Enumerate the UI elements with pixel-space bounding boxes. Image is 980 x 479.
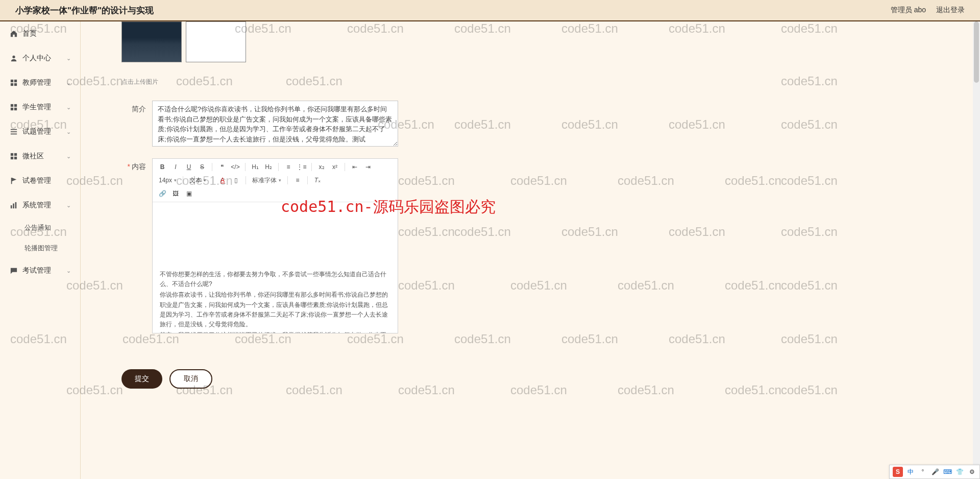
sidebar-item-question[interactable]: 试题管理 ⌄: [0, 119, 80, 144]
upload-hint: 点击上传图片: [121, 78, 949, 86]
italic-button[interactable]: I: [170, 161, 181, 173]
ime-lang[interactable]: 中: [906, 467, 915, 476]
superscript-button[interactable]: x²: [329, 161, 340, 173]
h1-button[interactable]: H₁: [250, 161, 261, 173]
brief-textarea[interactable]: [152, 101, 398, 147]
grid-icon: [10, 104, 17, 111]
content-label: *内容: [121, 158, 152, 333]
rich-editor: B I U S ❝ </> H₁ H₂ ≡ ⋮≡: [152, 158, 398, 333]
sidebar-item-community[interactable]: 微社区 ⌄: [0, 144, 80, 169]
sidebar-item-label: 考试管理: [22, 266, 51, 275]
olist-button[interactable]: ≡: [283, 161, 294, 173]
bgcolor-button[interactable]: ▯: [230, 175, 241, 186]
svg-rect-3: [11, 83, 13, 86]
fontfamily-select[interactable]: 标准字体▾: [250, 176, 283, 185]
page-title: 小学家校一体"作业帮"的设计与实现: [15, 5, 154, 16]
ime-keyboard-icon[interactable]: ⌨: [943, 467, 952, 476]
svg-rect-7: [11, 108, 13, 110]
sidebar-item-teacher[interactable]: 教师管理 ⌄: [0, 70, 80, 95]
fontsize-select[interactable]: 14px▾: [157, 177, 179, 184]
video-button[interactable]: ▣: [183, 188, 194, 199]
svg-rect-14: [11, 157, 13, 159]
link-button[interactable]: 🔗: [157, 188, 168, 199]
grid-icon: [10, 79, 17, 86]
sidebar-sub-carousel[interactable]: 轮播图管理: [0, 238, 80, 258]
svg-rect-9: [11, 129, 17, 130]
svg-rect-12: [11, 153, 13, 156]
sidebar: 首页 个人中心 ⌄ 教师管理 ⌄ 学生管理 ⌄ 试题管理 ⌄ 微社区 ⌄: [0, 21, 81, 479]
sidebar-item-exam[interactable]: 考试管理 ⌄: [0, 258, 80, 283]
svg-rect-8: [14, 108, 17, 110]
flag-icon: [10, 177, 17, 184]
texttype-select[interactable]: 文本▾: [187, 176, 208, 185]
ulist-button[interactable]: ⋮≡: [296, 161, 307, 173]
svg-rect-10: [11, 131, 17, 132]
chevron-down-icon: ⌄: [66, 202, 71, 209]
sidebar-item-profile[interactable]: 个人中心 ⌄: [0, 46, 80, 70]
message-icon: [10, 267, 17, 274]
sidebar-item-paper[interactable]: 试卷管理: [0, 169, 80, 193]
grid-icon: [10, 153, 17, 160]
ime-settings-icon[interactable]: ⚙: [967, 467, 976, 476]
align-button[interactable]: ≡: [292, 175, 303, 186]
logout-link[interactable]: 退出登录: [936, 6, 965, 15]
home-icon: [10, 30, 17, 37]
h2-button[interactable]: H₂: [263, 161, 274, 173]
thumbnail-image[interactable]: [121, 21, 182, 62]
ime-mic-icon[interactable]: 🎤: [930, 467, 940, 476]
ime-logo-icon: S: [893, 467, 903, 477]
svg-rect-5: [11, 104, 13, 107]
editor-textarea[interactable]: 不管你想要怎样的生活，你都要去努力争取，不多尝试一些事情怎么知道自己适合什么、不…: [153, 202, 398, 333]
sidebar-item-student[interactable]: 学生管理 ⌄: [0, 95, 80, 119]
svg-rect-17: [13, 204, 14, 209]
sidebar-item-label: 教师管理: [22, 78, 51, 87]
content-scrollbar[interactable]: [973, 21, 980, 479]
image-button[interactable]: 🖼: [170, 188, 181, 199]
chevron-down-icon: ⌄: [66, 55, 71, 62]
sidebar-sub-label: 轮播图管理: [24, 244, 58, 253]
outdent-button[interactable]: ⇤: [349, 161, 360, 173]
sidebar-item-label: 试卷管理: [22, 176, 51, 185]
thumbnail-upload-slot[interactable]: [186, 21, 246, 62]
brief-label: 简介: [121, 101, 152, 148]
chevron-down-icon: ⌄: [66, 268, 71, 274]
user-icon: [10, 55, 17, 62]
svg-rect-4: [14, 83, 17, 86]
chevron-down-icon: ⌄: [66, 80, 71, 86]
admin-label[interactable]: 管理员 abo: [891, 6, 926, 15]
fontcolor-button[interactable]: A: [217, 175, 228, 186]
svg-rect-18: [15, 202, 17, 208]
strike-button[interactable]: S: [197, 161, 208, 173]
bold-button[interactable]: B: [157, 161, 168, 173]
sidebar-sub-announce[interactable]: 公告通知: [0, 218, 80, 238]
sidebar-sub-label: 公告通知: [24, 223, 51, 232]
cancel-button[interactable]: 取消: [169, 369, 212, 389]
chevron-down-icon: ⌄: [66, 104, 71, 111]
chevron-down-icon: ⌄: [66, 153, 71, 160]
ime-skin-icon[interactable]: 👕: [955, 467, 964, 476]
sidebar-item-system[interactable]: 系统管理 ⌄: [0, 193, 80, 218]
submit-button[interactable]: 提交: [121, 369, 162, 389]
sidebar-item-label: 个人中心: [22, 54, 51, 63]
content-area: 点击上传图片 简介 *内容 B I U S ❝: [81, 21, 980, 479]
editor-toolbar: B I U S ❝ </> H₁ H₂ ≡ ⋮≡: [153, 159, 398, 202]
subscript-button[interactable]: x₂: [316, 161, 327, 173]
sidebar-item-label: 首页: [22, 29, 37, 38]
code-button[interactable]: </>: [230, 161, 241, 173]
chart-icon: [10, 202, 17, 209]
indent-button[interactable]: ⇥: [362, 161, 374, 173]
sidebar-item-home[interactable]: 首页: [0, 21, 80, 46]
header: 小学家校一体"作业帮"的设计与实现 管理员 abo 退出登录: [0, 0, 980, 21]
image-thumbnails: [121, 21, 949, 62]
underline-button[interactable]: U: [183, 161, 194, 173]
ime-toolbar[interactable]: S 中 ° 🎤 ⌨ 👕 ⚙: [889, 465, 980, 479]
svg-rect-2: [14, 80, 17, 82]
chevron-down-icon: ⌄: [66, 129, 71, 135]
svg-rect-13: [14, 153, 17, 156]
ime-punct-icon[interactable]: °: [918, 467, 927, 476]
sidebar-item-label: 试题管理: [22, 127, 51, 136]
svg-rect-16: [11, 205, 12, 208]
quote-button[interactable]: ❝: [216, 161, 228, 173]
clearformat-button[interactable]: Tₓ: [312, 175, 323, 186]
header-user-area: 管理员 abo 退出登录: [891, 6, 965, 15]
